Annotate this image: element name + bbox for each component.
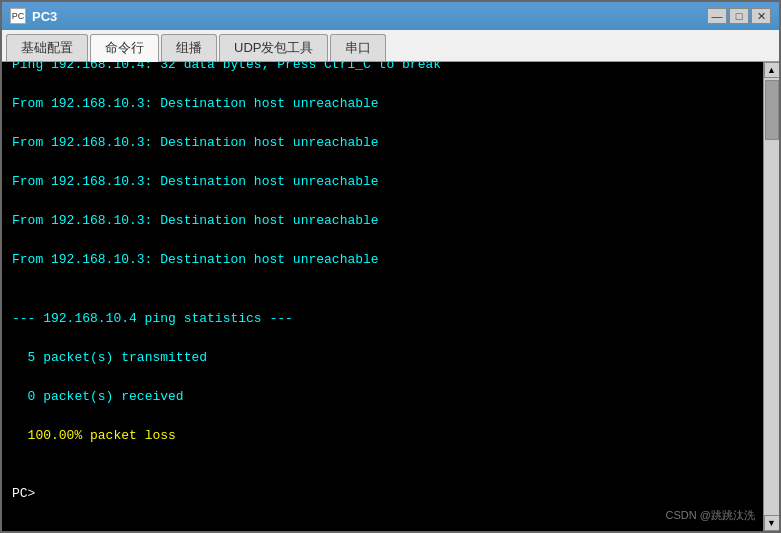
terminal-line: From 192.168.10.3: Destination host unre… <box>12 133 753 153</box>
scroll-thumb[interactable] <box>765 80 779 140</box>
scroll-track[interactable] <box>764 78 779 515</box>
terminal-line: From 192.168.10.3: Destination host unre… <box>12 172 753 192</box>
maximize-button[interactable]: □ <box>729 8 749 24</box>
terminal-line: From 192.168.10.3: Destination host unre… <box>12 94 753 114</box>
title-bar: PC PC3 — □ ✕ <box>2 2 779 30</box>
terminal-line: Ping 192.168.10.4: 32 data bytes, Press … <box>12 62 753 75</box>
terminal-line: From 192.168.10.3: Destination host unre… <box>12 211 753 231</box>
main-window: PC PC3 — □ ✕ 基础配置 命令行 组播 UDP发包工具 串口 PC>p… <box>0 0 781 533</box>
title-buttons: — □ ✕ <box>707 8 771 24</box>
terminal-output[interactable]: PC>ping 192.168.20.1Ping 192.168.20.1: 3… <box>2 62 763 531</box>
terminal-line: 100.00% packet loss <box>12 426 753 446</box>
content-area: PC>ping 192.168.20.1Ping 192.168.20.1: 3… <box>2 62 779 531</box>
tab-udp-tool[interactable]: UDP发包工具 <box>219 34 328 61</box>
terminal-line: PC> <box>12 484 753 504</box>
window-icon: PC <box>10 8 26 24</box>
scrollbar[interactable]: ▲ ▼ <box>763 62 779 531</box>
terminal-line: 5 packet(s) transmitted <box>12 348 753 368</box>
window-title: PC3 <box>32 9 57 24</box>
scroll-down-arrow[interactable]: ▼ <box>764 515 780 531</box>
title-bar-left: PC PC3 <box>10 8 57 24</box>
scroll-up-arrow[interactable]: ▲ <box>764 62 780 78</box>
close-button[interactable]: ✕ <box>751 8 771 24</box>
tab-multicast[interactable]: 组播 <box>161 34 217 61</box>
terminal-line: 0 packet(s) received <box>12 387 753 407</box>
tab-command-line[interactable]: 命令行 <box>90 34 159 62</box>
tab-basic-config[interactable]: 基础配置 <box>6 34 88 61</box>
minimize-button[interactable]: — <box>707 8 727 24</box>
tab-bar: 基础配置 命令行 组播 UDP发包工具 串口 <box>2 30 779 62</box>
tab-serial[interactable]: 串口 <box>330 34 386 61</box>
terminal-line: --- 192.168.10.4 ping statistics --- <box>12 309 753 329</box>
terminal-line: From 192.168.10.3: Destination host unre… <box>12 250 753 270</box>
